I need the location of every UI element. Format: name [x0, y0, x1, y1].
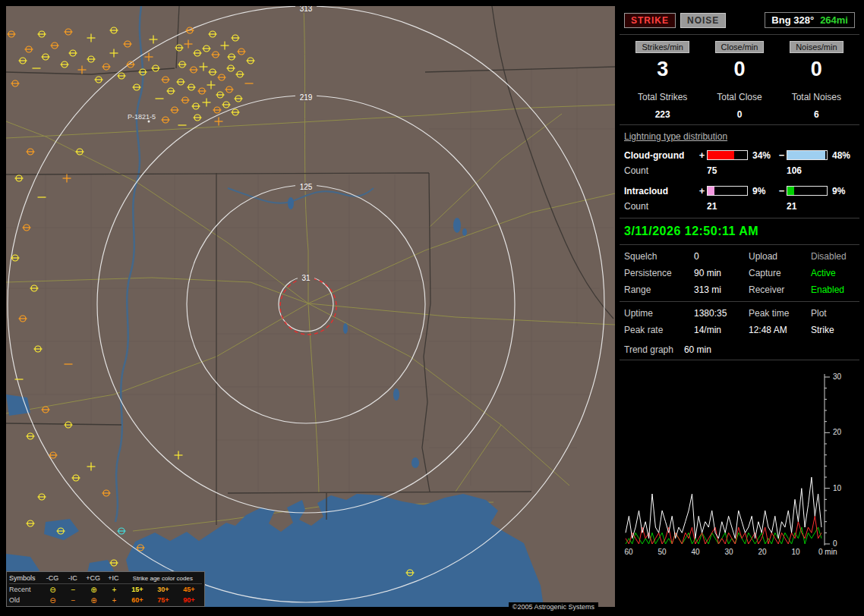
upload-label: Upload	[749, 251, 811, 262]
ring-label-219: 219	[300, 93, 313, 102]
cg-positive-pct: 34%	[749, 150, 777, 161]
strike-indicator-button[interactable]: STRIKE	[624, 13, 676, 28]
svg-text:10: 10	[833, 484, 842, 492]
svg-text:0 min: 0 min	[818, 548, 837, 556]
settings-section: Squelch 0 Upload Disabled Persistence 90…	[620, 245, 859, 302]
peak-rate-label: Peak rate	[624, 325, 694, 335]
control-panel: STRIKE NOISE Bng 328° 264mi Strikes/min …	[620, 6, 859, 610]
intracloud-row: Intracloud + 9% − 9%	[624, 185, 855, 196]
copyright-text: ©2005 Astrogenic Systems	[509, 602, 598, 611]
minus-sign: −	[777, 149, 787, 161]
legend-header: Symbols -CG -IC +CG +IC Strike age color…	[9, 573, 202, 584]
peak-rate-value: 14/min	[694, 325, 749, 335]
cg-neg-icon: ⊖	[43, 586, 63, 594]
squelch-label: Squelch	[624, 251, 694, 262]
plot-mode-value: Strike	[811, 325, 855, 335]
trend-caption: Trend graph 60 min	[624, 344, 855, 355]
upload-status: Disabled	[811, 251, 855, 262]
ic-negative-pct: 9%	[829, 186, 856, 196]
ic-neg-icon: −	[63, 596, 84, 605]
distribution-title: Lightning type distribution	[624, 131, 855, 142]
legend-row-recent: Recent ⊖ − ⊕ + 15+ 30+ 45+	[9, 584, 202, 595]
noises-per-min-label: Noises/min	[790, 41, 843, 53]
cg-positive-count: 75	[707, 165, 749, 176]
bearing-label: Bng 328°	[771, 14, 814, 26]
capture-label: Capture	[749, 268, 811, 278]
cg-pos-icon: ⊕	[84, 586, 104, 594]
trend-graph-label: Trend graph	[624, 344, 673, 355]
strikes-per-min-value: 3	[624, 58, 701, 81]
cg-negative-bar	[787, 150, 828, 160]
trend-chart: 01020306050403020100 min	[624, 368, 855, 559]
svg-text:50: 50	[657, 548, 667, 556]
uptime-label: Uptime	[624, 308, 694, 319]
age-15: 15+	[125, 586, 150, 593]
persistence-label: Persistence	[624, 268, 694, 278]
map-svg: 313 219 125 31 P-1821-5	[6, 6, 615, 607]
lightning-map[interactable]: 313 219 125 31 P-1821-5 Symbols -CG -IC	[6, 6, 615, 607]
legend-old-label: Old	[9, 596, 43, 604]
uptime-value: 1380:35	[694, 308, 749, 319]
age-30: 30+	[150, 586, 176, 593]
svg-text:20: 20	[758, 548, 767, 556]
peak-time-label: Peak time	[749, 308, 811, 319]
ic-negative-count: 21	[787, 201, 829, 212]
legend-col-cg-pos: +CG	[83, 574, 103, 582]
cloud-ground-count-row: Count 75 106	[624, 165, 855, 176]
minus-sign: −	[777, 185, 787, 196]
age-90: 90+	[176, 596, 202, 604]
total-close-label: Total Close	[701, 92, 777, 102]
squelch-value: 0	[694, 251, 749, 262]
waypoint-label: P-1821-5	[128, 113, 156, 121]
cloud-ground-row: Cloud-ground + 34% − 48%	[624, 149, 855, 161]
count-label: Count	[624, 201, 697, 212]
ring-label-313: 313	[300, 6, 313, 13]
intracloud-label: Intracloud	[624, 186, 697, 196]
legend-symbols-header: Symbols	[9, 574, 43, 582]
svg-text:30: 30	[724, 548, 733, 556]
bearing-display: Bng 328° 264mi	[765, 12, 855, 28]
svg-text:30: 30	[833, 372, 842, 381]
peak-time-value: 12:48 AM	[749, 325, 811, 335]
ic-negative-bar	[787, 186, 828, 196]
range-label: Range	[624, 284, 694, 295]
intracloud-count-row: Count 21 21	[624, 201, 855, 212]
bearing-distance: 264mi	[820, 14, 848, 26]
legend-row-old: Old ⊖ − ⊕ + 60+ 75+ 90+	[9, 595, 202, 605]
receiver-label: Receiver	[749, 284, 811, 295]
distribution-section: Lightning type distribution Cloud-ground…	[620, 125, 859, 218]
cg-negative-count: 106	[787, 165, 829, 176]
noises-per-min-value: 0	[778, 58, 855, 81]
ic-pos-icon: +	[104, 596, 125, 605]
age-75: 75+	[150, 596, 176, 604]
cloud-ground-label: Cloud-ground	[624, 150, 697, 161]
ic-positive-pct: 9%	[749, 186, 777, 196]
persistence-value: 90 min	[694, 268, 749, 278]
svg-text:0: 0	[833, 539, 837, 548]
strike-legend: Symbols -CG -IC +CG +IC Strike age color…	[6, 571, 205, 607]
ic-positive-count: 21	[707, 201, 749, 212]
total-strikes-label: Total Strikes	[624, 92, 701, 102]
ring-label-31: 31	[301, 274, 311, 282]
svg-text:10: 10	[791, 548, 800, 556]
rates-section: Strikes/min Close/min Noises/min 3 0 0 T…	[620, 35, 859, 125]
ic-positive-bar	[707, 186, 748, 196]
svg-text:20: 20	[833, 428, 842, 436]
plus-sign: +	[697, 185, 707, 196]
age-60: 60+	[125, 596, 150, 604]
receiver-status: Enabled	[811, 284, 855, 295]
plus-sign: +	[697, 149, 707, 161]
range-value: 313 mi	[694, 284, 749, 295]
total-strikes-value: 223	[624, 109, 701, 120]
total-noises-value: 6	[778, 109, 855, 120]
plot-label: Plot	[811, 308, 855, 319]
noise-indicator-button[interactable]: NOISE	[680, 13, 726, 28]
close-per-min-label: Close/min	[715, 41, 765, 53]
total-close-value: 0	[701, 109, 777, 120]
cg-pos-icon: ⊕	[84, 596, 104, 605]
legend-age-header: Strike age color codes	[124, 575, 202, 582]
ring-label-125: 125	[300, 183, 313, 191]
age-45: 45+	[176, 586, 202, 593]
ic-neg-icon: −	[63, 586, 84, 594]
cg-neg-icon: ⊖	[43, 596, 63, 605]
